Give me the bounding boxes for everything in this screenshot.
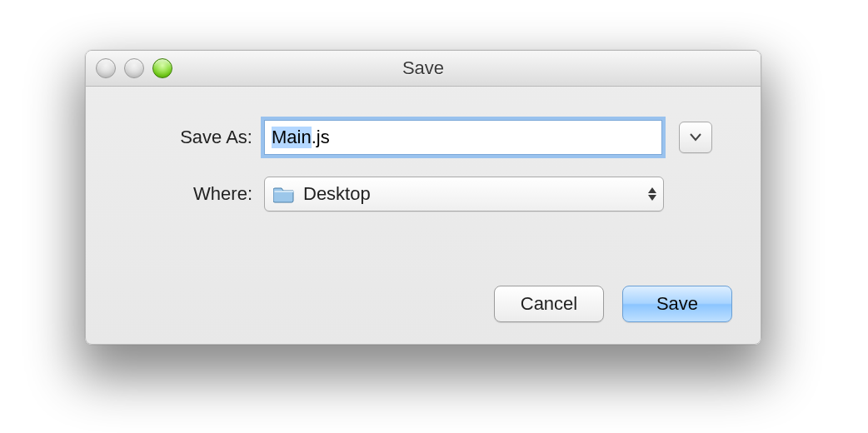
minimize-window-button[interactable] — [124, 58, 144, 78]
window-controls — [96, 58, 172, 78]
save-as-row: Save As: — [119, 120, 727, 155]
where-row: Where: Desktop — [119, 177, 727, 212]
zoom-window-button[interactable] — [152, 58, 172, 78]
save-dialog: Save Save As: Where: Desktop — [85, 50, 761, 345]
cancel-button-label: Cancel — [521, 293, 577, 315]
expand-locations-button[interactable] — [679, 122, 712, 153]
save-button-label: Save — [656, 293, 698, 315]
where-label: Where: — [119, 183, 264, 205]
title-bar: Save — [86, 51, 761, 87]
location-selected-text: Desktop — [303, 183, 371, 205]
cancel-button[interactable]: Cancel — [494, 286, 604, 322]
folder-icon — [273, 185, 295, 203]
save-button[interactable]: Save — [622, 286, 732, 322]
location-select[interactable]: Desktop — [264, 177, 664, 212]
save-as-label: Save As: — [119, 127, 264, 148]
chevron-down-icon — [690, 133, 701, 142]
dialog-body: Save As: Where: Desktop — [86, 87, 761, 253]
close-window-button[interactable] — [96, 58, 116, 78]
dialog-title: Save — [402, 57, 444, 79]
select-stepper-icon — [648, 187, 656, 201]
filename-input[interactable] — [264, 120, 662, 155]
dialog-footer: Cancel Save — [494, 286, 732, 322]
svg-rect-0 — [275, 191, 294, 192]
